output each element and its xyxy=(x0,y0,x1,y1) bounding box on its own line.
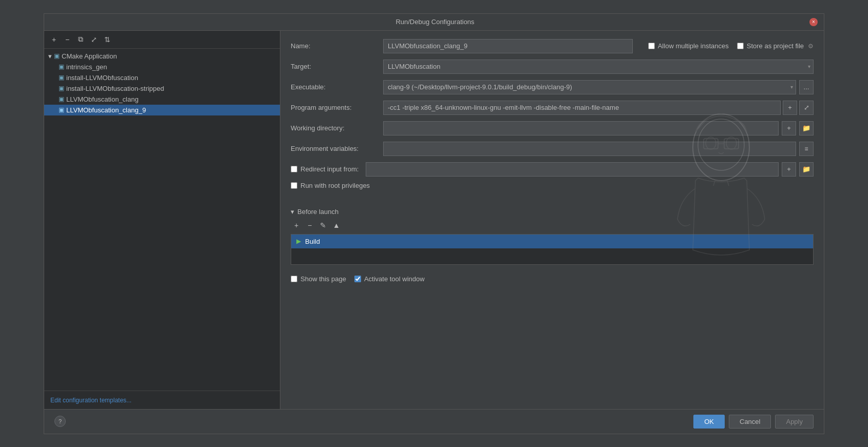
env-vars-row: Environment variables: ≡ xyxy=(291,142,814,156)
before-launch-up-button[interactable]: ▲ xyxy=(331,220,342,231)
cmake-application-group: ▾ ▣ CMake Application ▣ intrinsics_gen ▣… xyxy=(44,51,280,115)
run-root-checkbox[interactable] xyxy=(291,182,297,189)
redirect-input-field[interactable] xyxy=(366,162,779,177)
allow-multiple-label: Allow multiple instances xyxy=(658,42,729,50)
sidebar-item-llvm-clang-9[interactable]: ▣ LLVMObfuscation_clang_9 xyxy=(44,105,280,115)
sidebar-toolbar: + − ⧉ ⤢ ⇅ xyxy=(44,31,280,49)
activate-tool-checkbox[interactable] xyxy=(354,276,361,282)
before-launch-remove-button[interactable]: − xyxy=(304,220,315,231)
sidebar-item-install-llvm-stripped[interactable]: ▣ install-LLVMObfuscation-stripped xyxy=(44,83,280,94)
executable-browse-button[interactable]: ... xyxy=(799,80,814,94)
sidebar-item-install-llvm[interactable]: ▣ install-LLVMObfuscation xyxy=(44,72,280,83)
sidebar-item-label: install-LLVMObfuscation xyxy=(66,74,138,82)
target-select[interactable]: LLVMObfuscation xyxy=(383,60,814,74)
sidebar-item-label: LLVMObfuscation_clang xyxy=(66,95,139,103)
edit-templates-link[interactable]: Edit configuration templates... xyxy=(50,397,131,404)
run-root-label: Run with root privileges xyxy=(300,182,370,189)
remove-config-button[interactable]: − xyxy=(62,34,73,45)
move-config-button[interactable]: ⤢ xyxy=(88,34,100,45)
program-args-input[interactable] xyxy=(383,101,781,115)
sort-config-button[interactable]: ⇅ xyxy=(102,34,113,45)
program-args-add-button[interactable]: + xyxy=(783,101,797,115)
sidebar: + − ⧉ ⤢ ⇅ ▾ ▣ CMake Application ▣ intrin… xyxy=(44,31,280,409)
working-dir-browse-button[interactable]: 📁 xyxy=(799,121,814,135)
program-args-expand-button[interactable]: ⤢ xyxy=(799,101,814,115)
target-control: LLVMObfuscation ▾ xyxy=(383,60,814,74)
config-icon: ▣ xyxy=(59,85,64,92)
sidebar-item-llvm-clang[interactable]: ▣ LLVMObfuscation_clang xyxy=(44,94,280,105)
redirect-input-checkbox[interactable] xyxy=(291,166,297,172)
chevron-down-icon: ▾ xyxy=(48,52,52,60)
sidebar-footer: Edit configuration templates... xyxy=(44,391,280,409)
working-dir-add-button[interactable]: + xyxy=(782,121,796,135)
executable-select-wrapper: clang-9 (~/Desktop/llvm-project-9.0.1/bu… xyxy=(383,80,796,94)
sidebar-item-label: LLVMObfuscation_clang_9 xyxy=(66,106,146,114)
working-dir-control: + 📁 xyxy=(383,121,814,135)
bottom-options: Show this page Activate tool window xyxy=(291,275,814,283)
copy-config-button[interactable]: ⧉ xyxy=(75,34,86,45)
store-project-checkbox[interactable] xyxy=(737,43,744,49)
build-arrow-icon: ▶ xyxy=(296,238,301,245)
collapse-icon: ▾ xyxy=(291,208,294,216)
program-args-label: Program arguments: xyxy=(291,104,383,111)
config-icon: ▣ xyxy=(59,63,64,70)
gear-icon[interactable]: ⚙ xyxy=(808,43,814,50)
env-vars-control: ≡ xyxy=(383,142,814,156)
allow-multiple-checkbox[interactable] xyxy=(648,43,655,49)
target-select-wrapper: LLVMObfuscation ▾ xyxy=(383,60,814,74)
before-launch-toolbar: + − ✎ ▲ xyxy=(291,220,814,231)
footer-right: OK Cancel Apply xyxy=(693,415,814,429)
redirect-input-row: Redirect input from: + 📁 xyxy=(291,162,814,177)
main-panel: Name: Allow multiple instances Store as … xyxy=(280,31,824,409)
working-dir-input[interactable] xyxy=(383,121,779,135)
target-row: Target: LLVMObfuscation ▾ xyxy=(291,60,814,74)
env-vars-edit-button[interactable]: ≡ xyxy=(799,142,814,156)
dialog-footer: ? OK Cancel Apply xyxy=(44,409,824,434)
executable-row: Executable: clang-9 (~/Desktop/llvm-proj… xyxy=(291,80,814,94)
content-area: + − ⧉ ⤢ ⇅ ▾ ▣ CMake Application ▣ intrin… xyxy=(44,31,824,409)
name-input[interactable] xyxy=(383,39,633,53)
activate-tool-label: Activate tool window xyxy=(364,275,425,283)
working-dir-row: Working directory: + 📁 xyxy=(291,121,814,135)
add-config-button[interactable]: + xyxy=(48,34,60,45)
working-dir-label: Working directory: xyxy=(291,124,383,132)
ok-button[interactable]: OK xyxy=(693,415,725,429)
program-args-row: Program arguments: + ⤢ xyxy=(291,101,814,115)
apply-button[interactable]: Apply xyxy=(775,415,814,429)
name-control: Allow multiple instances Store as projec… xyxy=(383,39,814,53)
allow-multiple-option: Allow multiple instances xyxy=(648,42,729,50)
sidebar-item-label: install-LLVMObfuscation-stripped xyxy=(66,85,164,92)
executable-control: clang-9 (~/Desktop/llvm-project-9.0.1/bu… xyxy=(383,80,814,94)
config-icon: ▣ xyxy=(59,95,64,103)
sidebar-item-intrinsics[interactable]: ▣ intrinsics_gen xyxy=(44,62,280,72)
help-button[interactable]: ? xyxy=(54,416,66,427)
before-launch-build-item[interactable]: ▶ Build xyxy=(291,235,813,248)
titlebar: Run/Debug Configurations × xyxy=(44,14,824,31)
redirect-browse-button[interactable]: 📁 xyxy=(799,162,814,177)
redirect-add-button[interactable]: + xyxy=(782,162,796,177)
name-row: Name: Allow multiple instances Store as … xyxy=(291,39,814,53)
executable-select[interactable]: clang-9 (~/Desktop/llvm-project-9.0.1/bu… xyxy=(383,80,796,94)
store-project-option: Store as project file ⚙ xyxy=(737,42,814,50)
env-vars-input[interactable] xyxy=(383,142,796,156)
config-tree: ▾ ▣ CMake Application ▣ intrinsics_gen ▣… xyxy=(44,49,280,391)
before-launch-add-button[interactable]: + xyxy=(291,220,302,231)
name-label: Name: xyxy=(291,42,383,50)
config-icon: ▣ xyxy=(59,74,64,81)
close-button[interactable]: × xyxy=(809,18,818,26)
show-page-label: Show this page xyxy=(300,275,346,283)
cancel-button[interactable]: Cancel xyxy=(729,415,771,429)
before-launch-section: ▾ Before launch + − ✎ ▲ ▶ Build xyxy=(291,206,814,265)
sidebar-item-label: intrinsics_gen xyxy=(66,63,107,71)
redirect-input-label: Redirect input from: xyxy=(300,165,358,173)
header-options: Allow multiple instances Store as projec… xyxy=(648,42,814,50)
config-icon: ▣ xyxy=(59,106,64,113)
show-page-checkbox[interactable] xyxy=(291,276,297,282)
build-item-label: Build xyxy=(305,238,320,245)
before-launch-edit-button[interactable]: ✎ xyxy=(317,220,329,231)
program-args-control: + ⤢ xyxy=(383,101,814,115)
footer-left: ? xyxy=(54,416,66,427)
store-project-label: Store as project file xyxy=(747,42,804,50)
before-launch-header[interactable]: ▾ Before launch xyxy=(291,208,814,216)
cmake-application-header[interactable]: ▾ ▣ CMake Application xyxy=(44,51,280,62)
